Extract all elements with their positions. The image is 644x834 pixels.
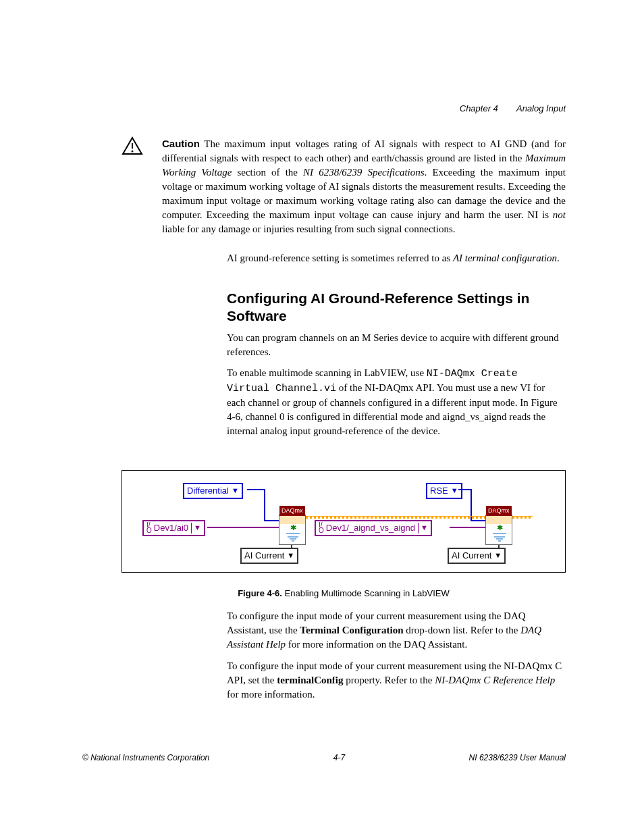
svg-text:✱: ✱ [497, 523, 503, 531]
io-icon: I/O [146, 523, 152, 533]
caution-text: Caution The maximum input voltages ratin… [162, 136, 566, 236]
chapter-label: Chapter 4 [460, 103, 498, 113]
para1-t2: AI terminal configuration [453, 253, 557, 263]
dropdown-ai-current-1-label: AI Current [244, 550, 284, 562]
figure-caption-text: Enabling Multimode Scanning in LabVIEW [285, 588, 450, 598]
io-icon: I/O [319, 523, 324, 533]
para1-t1: AI ground-reference setting is sometimes… [227, 253, 453, 263]
caution-block: Caution The maximum input voltages ratin… [122, 136, 566, 236]
paragraph-daq-assistant: To configure the input mode of your curr… [227, 609, 566, 652]
triangle-icon: ▼ [287, 550, 294, 561]
dropdown-rse-label: RSE [430, 485, 448, 497]
channel-dev1-aignd: I/O Dev1/_aignd_vs_aignd▼ [315, 520, 432, 536]
daqmx-node-1: DAQmx ✱ [279, 515, 306, 545]
wire [207, 527, 279, 528]
dropdown-differential: Differential▼ [183, 483, 243, 499]
figure-label: Figure 4-6. [238, 588, 282, 598]
dropdown-ai-current-2: AI Current▼ [448, 548, 506, 564]
section-heading: Configuring AI Ground-Reference Settings… [227, 290, 566, 325]
dropdown-ai-current-1: AI Current▼ [240, 548, 298, 564]
dropdown-ai-current-2-label: AI Current [452, 550, 491, 562]
footer-manual-title: NI 6238/6239 User Manual [469, 752, 566, 764]
caution-icon [122, 136, 143, 157]
caution-p1: The maximum input voltages rating of AI … [162, 138, 566, 163]
labview-diagram: Differential▼ RSE▼ I/O Dev1/ai0▼ I/O Dev… [142, 483, 545, 560]
para4-t3: drop-down list. Refer to the [404, 625, 521, 635]
wire [291, 545, 292, 549]
triangle-icon: ▼ [494, 550, 502, 561]
figure-4-6: Differential▼ RSE▼ I/O Dev1/ai0▼ I/O Dev… [122, 470, 566, 573]
daqmx-label: DAQmx [279, 506, 305, 516]
para3-t1: To enable multimode scanning in LabVIEW,… [227, 367, 427, 378]
chapter-title: Analog Input [516, 103, 566, 113]
wire [247, 489, 265, 490]
wire [471, 520, 485, 521]
daqmx-node-2: DAQmx ✱ [485, 515, 512, 545]
dropdown-rse: RSE▼ [426, 483, 462, 499]
para5-t3: property. Refer to the [344, 675, 435, 685]
triangle-icon: ▼ [232, 486, 239, 496]
channel-dev1-ai0: I/O Dev1/ai0▼ [142, 520, 205, 536]
channel-dev1-aignd-label: Dev1/_aignd_vs_aignd [326, 522, 415, 534]
data-wire [512, 516, 533, 519]
triangle-icon: ▼ [418, 523, 428, 533]
wire [264, 489, 265, 521]
paragraph-c-api: To configure the input mode of your curr… [227, 659, 566, 702]
footer-copyright: © National Instruments Corporation [82, 752, 209, 764]
channel-dev1-ai0-label: Dev1/ai0 [154, 522, 188, 534]
caution-label: Caution [162, 138, 200, 149]
para5-t4: NI-DAQmx C Reference Help [435, 675, 555, 685]
paragraph-terminal-config: AI ground-reference setting is sometimes… [227, 251, 566, 265]
caution-p3: section of the [232, 167, 303, 178]
wire [264, 520, 279, 521]
wire [450, 527, 485, 528]
para4-t5: for more information on the DAQ Assistan… [286, 639, 467, 650]
page-header: Chapter 4 Analog Input [460, 103, 566, 115]
data-wire [306, 516, 485, 519]
paragraph-multimode: To enable multimode scanning in LabVIEW,… [227, 366, 566, 438]
caution-p7: liable for any damage or injuries result… [162, 224, 455, 234]
triangle-icon: ▼ [191, 523, 201, 533]
para4-t2: Terminal Configuration [300, 625, 403, 635]
svg-point-1 [132, 151, 134, 153]
caution-p6: not [553, 209, 566, 220]
para5-t2: terminalConfig [277, 675, 343, 685]
dropdown-differential-label: Differential [187, 485, 229, 497]
caution-p4: NI 6238/6239 Specifications [303, 167, 425, 178]
page-footer: © National Instruments Corporation 4-7 N… [82, 752, 566, 764]
wire [498, 545, 500, 549]
triangle-icon: ▼ [451, 486, 458, 496]
svg-text:✱: ✱ [290, 523, 296, 531]
footer-page-number: 4-7 [333, 752, 345, 764]
figure-caption: Figure 4-6. Enabling Multimode Scanning … [122, 588, 566, 600]
para5-t5: for more information. [227, 689, 315, 700]
wire [458, 489, 472, 490]
paragraph-program-channels: You can program channels on an M Series … [227, 331, 566, 359]
daqmx-label: DAQmx [486, 506, 512, 516]
para1-t3: . [557, 253, 560, 263]
